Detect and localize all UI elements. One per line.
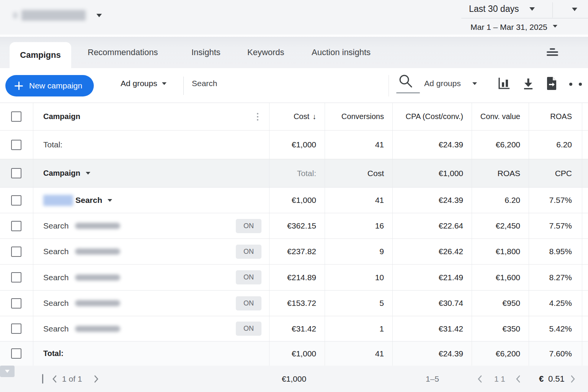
row-checkbox[interactable] (11, 221, 21, 231)
status-badge[interactable]: ON (236, 296, 261, 310)
row-checkbox[interactable] (11, 323, 21, 334)
chevron-down-icon[interactable] (572, 8, 577, 11)
next-page-button[interactable] (94, 366, 99, 392)
search-button[interactable] (398, 74, 420, 93)
chevron-down-icon[interactable] (108, 199, 112, 202)
tab-label: Recommendations (88, 47, 158, 57)
cpc-value: 8.27% (529, 265, 582, 290)
row-checkbox[interactable] (11, 298, 21, 309)
account-logo-redacted (13, 12, 18, 18)
adgroup-name-redacted (75, 274, 120, 281)
row-checkbox[interactable] (11, 247, 21, 257)
campaign-column-selector[interactable]: Campaign (33, 159, 269, 187)
cpa-value: €22.64 (392, 213, 472, 238)
table-header-row: Campaign Cost ↓ Conversions CPA (Cost/co… (0, 103, 588, 131)
ad-groups-label: Ad groups (121, 79, 157, 88)
cost-value: €1,000 (269, 188, 325, 213)
date-range-selector[interactable]: Mar 1 – Mar 31, 2025 (461, 18, 588, 36)
campaign-name[interactable]: Search (75, 196, 102, 205)
total-label: Total: (43, 349, 64, 358)
tab-campaigns[interactable]: Campigns (10, 42, 71, 68)
adgroup-name[interactable]: Search (43, 247, 69, 256)
ad-groups-level-selector[interactable]: Ad groups (424, 79, 477, 88)
currency-symbol: € (539, 366, 544, 392)
row-checkbox[interactable] (11, 195, 21, 206)
tab-recommendations[interactable]: Recommendations (88, 37, 158, 68)
adgroup-name[interactable]: Search (43, 324, 69, 333)
toolbar-density-icon[interactable] (547, 48, 558, 58)
divider (389, 75, 389, 96)
subheader-roas-label[interactable]: ROAS (472, 159, 529, 187)
column-header-conversions[interactable]: Conversions (325, 103, 392, 130)
date-range-label: Mar 1 – Mar 31, 2025 (470, 23, 547, 32)
cpa-value: €31.42 (392, 316, 472, 341)
footer-total-cost: €1,000 (282, 366, 306, 392)
cost-value: €214.89 (269, 265, 325, 290)
status-badge[interactable]: ON (236, 270, 261, 284)
tab-auction-insights[interactable]: Auction insights (312, 37, 371, 68)
table-row-total-bottom: Total: €1,000 41 €24.39 €6,200 7.60% (0, 341, 588, 366)
select-all-checkbox[interactable] (11, 111, 21, 122)
date-preset-selector[interactable]: Last 30 days (461, 0, 588, 18)
conversions-value: 1 (325, 316, 392, 341)
cost-value: €31.42 (269, 316, 325, 341)
bar-chart-icon (498, 77, 511, 90)
previous-button[interactable] (515, 366, 521, 392)
row-checkbox[interactable] (11, 168, 21, 178)
more-options-icon[interactable] (569, 83, 582, 86)
adgroup-name[interactable]: Search (43, 221, 69, 230)
status-badge[interactable]: ON (236, 322, 261, 336)
conv-value-value: €2,450 (472, 213, 529, 238)
column-header-campaign[interactable]: Campaign (43, 112, 80, 121)
search-menu-item[interactable]: Search (192, 79, 217, 88)
ad-groups-dropdown[interactable]: Ad groups (121, 79, 167, 88)
status-badge[interactable]: ON (236, 219, 261, 233)
tab-keywords[interactable]: Keywords (247, 37, 284, 68)
adgroup-name[interactable]: Search (43, 273, 69, 282)
conversions-value: 41 (325, 188, 392, 213)
new-campaign-button[interactable]: New campaign (5, 75, 94, 96)
conv-value-value: €950 (472, 291, 529, 316)
adgroup-name[interactable]: Search (43, 299, 69, 308)
table-row-adgroup: Search ON €31.42 1 €31.42 €350 5.42% (0, 316, 588, 341)
table-row-adgroup: Search ON €362.15 16 €22.64 €2,450 7.57% (0, 213, 588, 239)
kebab-menu-icon[interactable] (255, 111, 260, 122)
row-checkbox[interactable] (11, 272, 21, 283)
conv-value-value: €6,200 (472, 131, 529, 159)
previous-page-button[interactable] (52, 366, 57, 392)
chevron-down-icon (96, 14, 102, 17)
tab-insights[interactable]: Insights (191, 37, 220, 68)
column-header-cpa[interactable]: CPA (Cost/conv.) (392, 103, 472, 130)
adgroup-name-redacted (75, 326, 120, 332)
conversions-value: 5 (325, 291, 392, 316)
download-button[interactable] (522, 77, 535, 90)
cpa-value: €30.74 (392, 291, 472, 316)
previous-button[interactable] (477, 366, 482, 392)
column-header-roas[interactable]: ROAS (529, 103, 582, 130)
account-menu[interactable] (13, 10, 102, 21)
cpc-value: 8.95% (529, 239, 582, 264)
column-header-conv-value[interactable]: Conv. value (472, 103, 529, 130)
cost-value: €1,000 (269, 131, 325, 159)
status-badge[interactable]: ON (236, 245, 261, 259)
subheader-cost-label[interactable]: Cost (325, 159, 392, 187)
next-button[interactable] (570, 366, 576, 392)
footer-count: 11 (494, 366, 508, 392)
row-checkbox[interactable] (11, 348, 21, 359)
footer-rate: 0.51 (548, 366, 565, 392)
export-report-button[interactable] (545, 77, 558, 90)
row-checkbox[interactable] (11, 140, 21, 150)
roas-value: 6.20 (472, 188, 529, 213)
campaign-name-cell[interactable]: Search (33, 188, 269, 213)
tab-label: Campigns (20, 50, 60, 60)
cost-value: €1,000 (269, 341, 325, 366)
pagination-footer: 1 of 1 €1,000 1–5 11 € 0.51 (0, 366, 588, 392)
chart-button[interactable] (498, 77, 511, 90)
cost-value: €237.82 (269, 239, 325, 264)
subheader-cpc-label[interactable]: CPC (529, 159, 582, 187)
rows-per-page-dropdown[interactable] (0, 366, 15, 377)
chevron-down-icon (86, 172, 90, 175)
adgroup-name-redacted (75, 223, 120, 229)
date-preset-label: Last 30 days (469, 4, 519, 14)
column-header-cost[interactable]: Cost ↓ (269, 103, 325, 130)
